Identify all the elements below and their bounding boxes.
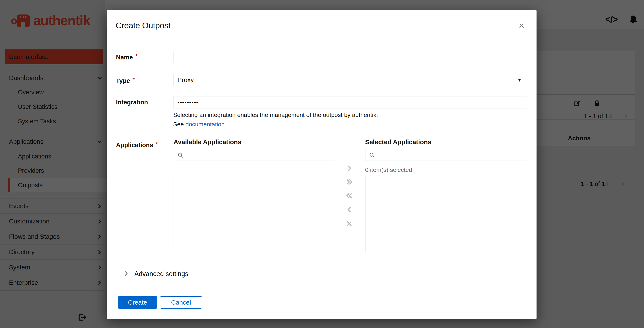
label-text: Applications bbox=[116, 142, 153, 149]
required-asterisk: * bbox=[156, 141, 158, 147]
remove-all-icon[interactable] bbox=[345, 191, 354, 200]
cancel-button[interactable]: Cancel bbox=[160, 296, 202, 309]
modal-title: Create Outpost bbox=[116, 21, 170, 30]
integration-doc-line: See documentation. bbox=[173, 121, 226, 128]
integration-help-text: Selecting an integration enables the man… bbox=[173, 112, 378, 118]
add-all-icon[interactable] bbox=[345, 178, 354, 186]
search-icon bbox=[178, 152, 184, 158]
add-selected-icon[interactable] bbox=[345, 164, 354, 172]
required-asterisk: * bbox=[133, 77, 135, 83]
remove-selected-icon[interactable] bbox=[345, 205, 354, 214]
integration-select[interactable]: --------- bbox=[173, 96, 527, 108]
chevron-right-icon bbox=[123, 271, 129, 277]
available-search-input[interactable] bbox=[174, 149, 335, 161]
select-value: --------- bbox=[174, 97, 527, 108]
selected-applications-list[interactable] bbox=[365, 176, 527, 252]
label-text: Name bbox=[116, 54, 133, 61]
selected-search-input[interactable] bbox=[365, 149, 527, 161]
selected-count-status: 0 item(s) selected. bbox=[365, 166, 414, 173]
advanced-settings-expander[interactable]: Advanced settings bbox=[123, 269, 251, 279]
applications-label: Applications* bbox=[116, 141, 158, 149]
available-applications-list[interactable] bbox=[174, 176, 335, 252]
documentation-link[interactable]: documentation bbox=[186, 121, 225, 128]
name-input[interactable] bbox=[173, 51, 527, 63]
advanced-settings-label: Advanced settings bbox=[134, 270, 188, 278]
required-asterisk: * bbox=[136, 53, 138, 59]
integration-label: Integration bbox=[116, 99, 148, 106]
clear-selection-icon[interactable] bbox=[345, 219, 354, 228]
label-text: Type bbox=[116, 77, 130, 84]
app-root: </> authentik bbox=[0, 0, 644, 328]
name-label: Name* bbox=[116, 53, 138, 61]
create-outpost-modal: Create Outpost × Name* Type* Proxy ▼ Int… bbox=[106, 10, 536, 319]
label-text: Integration bbox=[116, 99, 148, 106]
select-value: Proxy bbox=[174, 74, 527, 85]
search-icon bbox=[369, 152, 375, 158]
see-text: See bbox=[173, 121, 184, 128]
period-text: . bbox=[224, 121, 226, 128]
selected-applications-title: Selected Applications bbox=[365, 139, 432, 146]
select-caret-icon: ▼ bbox=[517, 74, 522, 86]
close-icon[interactable]: × bbox=[516, 19, 528, 31]
type-label: Type* bbox=[116, 77, 134, 84]
create-button[interactable]: Create bbox=[118, 296, 157, 309]
type-select[interactable]: Proxy ▼ bbox=[173, 74, 527, 86]
available-applications-title: Available Applications bbox=[174, 139, 242, 146]
